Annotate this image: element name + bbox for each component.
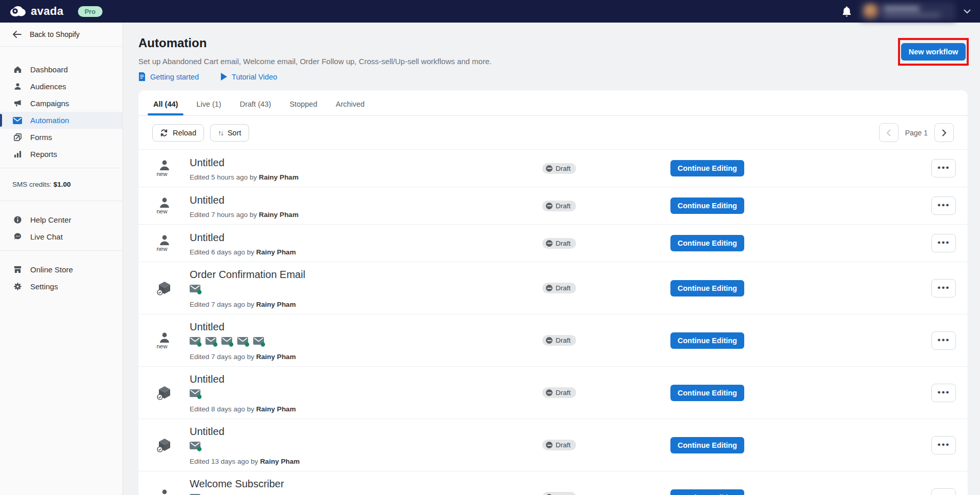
getting-started-link[interactable]: Getting started [138, 72, 199, 81]
list-toolbar: Reload ↑↓ Sort Page 1 [138, 116, 968, 149]
workflow-title[interactable]: Untitled [190, 193, 542, 207]
continue-editing-button[interactable]: Continue Editing [670, 332, 744, 349]
draft-status-icon [546, 240, 553, 247]
sidebar-item-campaigns[interactable]: Campaigns [0, 95, 122, 112]
back-to-shopify[interactable]: Back to Shopify [0, 23, 122, 47]
tutorial-video-link[interactable]: Tutorial Video [220, 73, 277, 81]
workflow-title[interactable]: Untitled [190, 320, 542, 333]
sidebar-item-live-chat[interactable]: Live Chat [0, 228, 122, 245]
continue-editing-button[interactable]: Continue Editing [670, 280, 744, 296]
sidebar-item-reports[interactable]: Reports [0, 146, 122, 163]
tab-draft[interactable]: Draft (43) [234, 90, 277, 115]
workflow-row: new Untitled Edited 8 days ago by Rainy … [138, 367, 968, 419]
sms-credits-value: $1.00 [53, 181, 71, 188]
continue-editing-button[interactable]: Continue Editing [670, 160, 744, 176]
sort-icon: ↑↓ [218, 129, 223, 137]
continue-editing-button[interactable]: Continue Editing [670, 235, 744, 251]
workflow-row: new Untitled Edited 7 hours ago by Rainy… [138, 187, 968, 225]
order-icon [156, 385, 172, 401]
info-icon [13, 215, 22, 225]
document-icon [138, 72, 146, 81]
workflow-row: new Welcome Subscriber Edited 14 days ag… [138, 471, 968, 495]
sidebar-item-automation[interactable]: Automation [0, 112, 122, 129]
new-workflow-button[interactable]: New workflow [901, 43, 966, 61]
row-menu-button[interactable]: ●●● [931, 234, 956, 252]
prev-page-button[interactable] [879, 123, 899, 142]
email-step-icons [190, 285, 542, 296]
megaphone-icon [13, 99, 22, 108]
new-subscriber-icon: new [157, 489, 171, 495]
row-menu-button[interactable]: ●●● [931, 384, 956, 402]
tab-live[interactable]: Live (1) [191, 90, 227, 115]
workflow-title[interactable]: Untitled [190, 372, 542, 386]
avada-cloud-icon [9, 5, 27, 17]
status-badge: Draft [542, 201, 576, 211]
row-menu-button[interactable]: ●●● [931, 159, 956, 177]
account-menu[interactable] [860, 2, 955, 21]
new-subscriber-icon: new [157, 160, 171, 177]
divider [0, 201, 122, 201]
tab-all[interactable]: All (44) [148, 90, 183, 115]
row-menu-button[interactable]: ●●● [931, 279, 956, 298]
workflow-title[interactable]: Welcome Subscriber [190, 477, 542, 490]
email-step-icon [237, 337, 250, 349]
reload-button[interactable]: Reload [152, 124, 204, 142]
forms-icon [13, 133, 22, 142]
order-icon [156, 281, 172, 296]
avada-logo[interactable]: avada [9, 5, 64, 18]
sms-credits: SMS credits: $1.00 [0, 173, 122, 195]
sidebar-item-forms[interactable]: Forms [0, 129, 122, 146]
email-step-icons [190, 389, 542, 401]
tab-bar: All (44) Live (1) Draft (43) Stopped Arc… [138, 90, 968, 116]
edited-info: Edited 13 days ago by Rainy Pham [190, 458, 542, 465]
author: Rainy Pham [256, 353, 296, 361]
page-title: Automation [138, 36, 968, 50]
row-menu-button[interactable]: ●●● [931, 488, 956, 495]
bar-chart-icon [13, 150, 22, 159]
status-badge: Draft [542, 440, 576, 450]
continue-editing-button[interactable]: Continue Editing [670, 489, 744, 495]
next-page-button[interactable] [934, 123, 954, 142]
sidebar-item-settings[interactable]: Settings [0, 278, 122, 295]
divider [0, 168, 122, 168]
email-step-icons [190, 337, 542, 349]
notification-bell-icon[interactable] [842, 6, 852, 17]
row-menu-button[interactable]: ●●● [931, 196, 956, 215]
chevron-down-icon[interactable] [964, 9, 971, 14]
new-subscriber-icon: new [157, 197, 171, 214]
chat-bubble-icon [13, 232, 22, 242]
workflow-title[interactable]: Untitled [190, 156, 542, 169]
sidebar-item-dashboard[interactable]: Dashboard [0, 61, 122, 78]
workflow-title[interactable]: Untitled [190, 231, 542, 244]
continue-editing-button[interactable]: Continue Editing [670, 437, 744, 453]
edited-info: Edited 7 days ago by Rainy Pham [190, 353, 542, 361]
tab-archived[interactable]: Archived [330, 90, 370, 115]
sidebar-item-online-store[interactable]: Online Store [0, 261, 122, 278]
continue-editing-button[interactable]: Continue Editing [670, 385, 744, 401]
row-menu-button[interactable]: ●●● [931, 331, 956, 350]
workflow-title[interactable]: Untitled [190, 425, 542, 438]
back-arrow-icon [12, 31, 22, 38]
new-subscriber-icon: new [157, 332, 171, 349]
status-badge: Draft [542, 335, 576, 346]
store-icon [13, 265, 22, 274]
pro-badge: Pro [78, 6, 103, 17]
sidebar-item-audiences[interactable]: Audiences [0, 78, 122, 95]
order-icon [156, 438, 172, 453]
sort-button[interactable]: ↑↓ Sort [210, 124, 249, 142]
back-label: Back to Shopify [30, 30, 79, 38]
email-step-icon [190, 285, 202, 296]
author: Rainy Pham [256, 301, 296, 308]
continue-editing-button[interactable]: Continue Editing [670, 197, 744, 214]
edited-info: Edited 7 hours ago by Rainy Pham [190, 211, 542, 219]
workflow-title[interactable]: Order Confirmation Email [190, 268, 542, 281]
email-step-icon [206, 337, 218, 349]
status-badge: Draft [542, 492, 576, 495]
sidebar-item-help-center[interactable]: Help Center [0, 211, 122, 228]
workflow-row: new Untitled Edited 13 days ago by Rainy… [138, 419, 968, 471]
new-subscriber-icon: new [157, 234, 171, 252]
row-menu-button[interactable]: ●●● [931, 436, 956, 454]
tab-stopped[interactable]: Stopped [284, 90, 323, 115]
chevron-right-icon [942, 129, 947, 136]
sidebar: Back to Shopify Dashboard Audiences Camp… [0, 23, 123, 495]
